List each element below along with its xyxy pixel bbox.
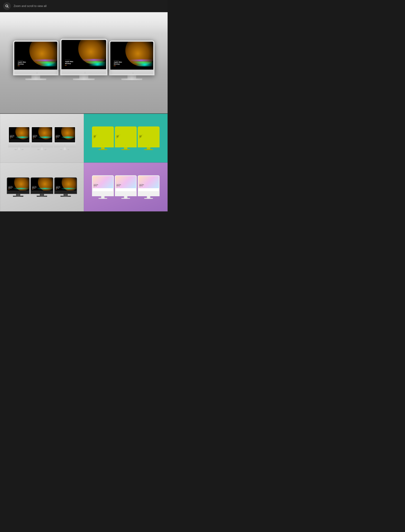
dot-yellow-r xyxy=(114,66,115,66)
grid-cell-3: Presentation Kit Apple iMacMockup  xyxy=(0,163,84,211)
dot-red xyxy=(19,66,20,66)
svg-line-1 xyxy=(7,7,8,7)
slide-content-right: Presentation Kit Apple iMacMockup xyxy=(114,60,122,66)
grid-3-mon-3: Presentation Kit Apple iMacMockup  xyxy=(54,177,77,197)
monitor-group-1: Presentation Kit Apple iMacMockup  xyxy=(8,126,76,150)
imac-screen-right: Presentation Kit Apple iMacMockup xyxy=(110,42,153,70)
imac-body-right: Presentation Kit Apple iMacMockup  xyxy=(109,40,155,75)
grid-2-mon-1: Presentation Kit AppleiMac  xyxy=(92,126,114,150)
slide-label-right: Presentation Kit xyxy=(114,60,122,61)
grid-2-mon-1-screen: Presentation Kit AppleiMac xyxy=(93,127,113,139)
apple-logo-right:  xyxy=(133,72,133,74)
imac-base-right xyxy=(121,79,142,80)
imac-screen-left: Presentation Kit Apple iMacMockup xyxy=(14,42,57,70)
imac-neck-center xyxy=(79,75,88,79)
monitor-group-2: Presentation Kit AppleiMac  xyxy=(92,126,160,150)
slide-label-center: Presentation Kit xyxy=(65,59,73,60)
slide-title-left: Apple iMacMockup xyxy=(18,61,26,65)
dot-red-r xyxy=(115,66,115,66)
grid-cell-1: Presentation Kit Apple iMacMockup  xyxy=(0,114,84,163)
search-placeholder: Zoom and scroll to view all xyxy=(14,5,47,8)
grid-cell-2: Presentation Kit AppleiMac  xyxy=(84,114,168,163)
hero-monitor-group: Presentation Kit Apple iMacMockup  xyxy=(13,39,155,87)
imac-neck-left xyxy=(31,75,40,79)
apple-logo-left:  xyxy=(37,72,37,74)
apple-logo-center:  xyxy=(85,72,85,74)
grid-1-mon-1-chin:  xyxy=(8,143,30,147)
grid-3-mon-1: Presentation Kit Apple iMacMockup  xyxy=(7,177,29,197)
imac-chin-center:  xyxy=(61,69,107,75)
imac-base-center xyxy=(73,79,94,80)
grid-1-mon-1-body: Presentation Kit Apple iMacMockup xyxy=(8,126,30,143)
slide-dots-center xyxy=(65,65,73,66)
dot-red-c xyxy=(66,65,67,66)
hero-imac-right: Presentation Kit Apple iMacMockup  xyxy=(109,40,155,80)
grid-1-mon-2: Presentation Kit Apple iMacMockup  xyxy=(31,126,53,150)
search-icon xyxy=(5,4,9,8)
grid-3-mon-2: Presentation Kit Apple iMacMockup  xyxy=(31,177,53,197)
grid-4-mon-3: Presentation Kit Apple iMacMockup  xyxy=(138,175,160,199)
grid-1-mon-2-screen: Presentation Kit Apple iMacMockup xyxy=(32,127,52,139)
slide-dots-right xyxy=(114,66,122,66)
imac-base-left xyxy=(25,79,46,80)
grid-4-mon-1: Presentation Kit Apple iMacMockup  xyxy=(92,175,114,199)
grid-1-mon-3-screen: Presentation Kit Apple iMacMockup xyxy=(55,127,75,139)
imac-screen-center: Presentation Kit Apple iMacMockup xyxy=(61,40,106,69)
slide-dots-left xyxy=(18,66,26,66)
grid-sections: Presentation Kit Apple iMacMockup  xyxy=(0,113,168,211)
monitor-group-3: Presentation Kit Apple iMacMockup  xyxy=(7,177,77,197)
grid-1-mon-1-slide: Presentation Kit Apple iMacMockup xyxy=(10,135,14,138)
grid-2-mon-3: Presentation Kit AppleiMac  xyxy=(138,126,160,150)
grid-1-mon-1-screen: Presentation Kit Apple iMacMockup xyxy=(9,127,29,139)
grid-1-mon-2-body: Presentation Kit Apple iMacMockup xyxy=(31,126,53,143)
search-bar: Zoom and scroll to view all xyxy=(0,0,168,12)
grid-2-mon-1-body: Presentation Kit AppleiMac xyxy=(92,126,114,143)
slide-label-left: Presentation Kit xyxy=(18,60,26,61)
grid-1-mon-1: Presentation Kit Apple iMacMockup  xyxy=(8,126,30,150)
grid-2-mon-2: Presentation Kit AppleiMac  xyxy=(115,126,137,150)
slide-title-right: Apple iMacMockup xyxy=(114,61,122,65)
imac-chin-right:  xyxy=(110,70,155,75)
imac-neck-right xyxy=(128,75,136,79)
monitor-group-4: Presentation Kit Apple iMacMockup  xyxy=(92,175,160,199)
slide-content-center: Presentation Kit Apple iMacMockup xyxy=(65,59,73,66)
imac-chin-left:  xyxy=(14,70,59,75)
imac-body-left: Presentation Kit Apple iMacMockup  xyxy=(13,40,59,75)
grid-4-mon-2: Presentation Kit Apple iMacMockup  xyxy=(115,175,137,199)
search-icon-wrap[interactable] xyxy=(3,2,11,10)
hero-imac-left: Presentation Kit Apple iMacMockup  xyxy=(13,40,59,80)
dot-yellow-c xyxy=(65,65,66,66)
dot-yellow xyxy=(18,66,19,66)
hero-section: Presentation Kit Apple iMacMockup  xyxy=(0,12,168,113)
grid-4-mon-1-body: Presentation Kit Apple iMacMockup xyxy=(92,175,114,192)
imac-body-center: Presentation Kit Apple iMacMockup  xyxy=(60,39,107,75)
slide-content-left: Presentation Kit Apple iMacMockup xyxy=(18,60,26,66)
svg-point-0 xyxy=(6,5,8,7)
grid-4-mon-1-screen: Presentation Kit Apple iMacMockup xyxy=(93,176,113,188)
grid-cell-4: Presentation Kit Apple iMacMockup  xyxy=(84,163,168,211)
grid-1-mon-3: Presentation Kit Apple iMacMockup  xyxy=(54,126,76,150)
grid-1-mon-3-body: Presentation Kit Apple iMacMockup xyxy=(54,126,76,143)
hero-imac-center: Presentation Kit Apple iMacMockup  xyxy=(60,39,107,80)
slide-title-center: Apple iMacMockup xyxy=(65,61,73,65)
